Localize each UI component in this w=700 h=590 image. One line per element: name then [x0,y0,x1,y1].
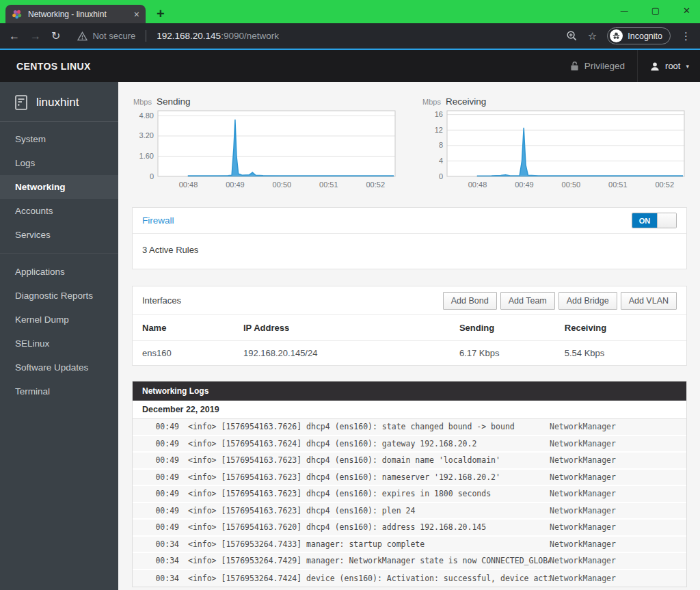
security-indicator[interactable]: Not secure [77,31,135,41]
unlock-icon [570,61,579,71]
user-menu[interactable]: root ▾ [638,61,689,71]
column-header-receiving: Receiving [565,315,686,341]
url-text[interactable]: 192.168.20.145:9090/network [157,31,279,41]
zoom-icon[interactable] [566,30,578,42]
log-message: <info> [1576954163.7623] dhcp4 (ens160):… [179,506,550,515]
firewall-toggle[interactable]: ON [632,213,677,228]
hostname-label: linuxhint [36,96,79,109]
bookmark-star-icon[interactable]: ☆ [588,31,597,41]
add-bond-button[interactable]: Add Bond [443,292,497,310]
sending-chart-title: Sending [157,96,191,107]
log-message: <info> [1576954163.7623] dhcp4 (ens160):… [179,455,550,465]
user-name: root [665,61,680,71]
receiving-chart-unit: Mbps [421,98,446,106]
interfaces-title: Interfaces [142,295,181,306]
svg-text:3.20: 3.20 [139,131,154,139]
log-message: <info> [1576954163.7620] dhcp4 (ens160):… [179,522,550,532]
log-time: 00:49 [133,506,179,515]
privileged-indicator: Privileged [570,61,637,71]
log-service: NetworkManager [550,556,686,565]
sidebar-item-logs[interactable]: Logs [0,151,118,175]
firewall-toggle-on-label: ON [632,213,657,228]
sidebar-item-software-updates[interactable]: Software Updates [0,356,118,379]
sidebar-item-selinux[interactable]: SELinux [0,332,118,356]
log-service: NetworkManager [550,574,686,583]
svg-text:00:50: 00:50 [273,180,292,189]
receiving-chart-title: Receiving [446,96,486,107]
interfaces-actions: Add BondAdd TeamAdd BridgeAdd VLAN [443,292,677,310]
log-row[interactable]: 00:49<info> [1576954163.7623] dhcp4 (ens… [133,470,686,487]
browser-menu-icon[interactable]: ⋮ [681,31,691,41]
url-host: 192.168.20.145 [157,31,221,41]
interfaces-card: Interfaces Add BondAdd TeamAdd BridgeAdd… [132,286,687,366]
window-controls: — ▢ ✕ [621,1,690,19]
charts-row: Mbps Sending 01.603.204.8000:4800:4900:5… [132,96,687,196]
new-tab-button[interactable]: + [157,5,165,23]
column-header-ip-address: IP Address [243,315,459,341]
sidebar-item-networking[interactable]: Networking [0,175,118,199]
log-time: 00:49 [133,472,179,482]
minimize-button[interactable]: — [621,6,628,14]
log-time: 00:49 [133,422,179,431]
add-vlan-button[interactable]: Add VLAN [621,292,677,310]
log-message: <info> [1576953264.7433] manager: startu… [179,539,550,549]
log-message: <info> [1576954163.7624] dhcp4 (ens160):… [179,439,550,448]
browser-tab[interactable]: Networking - linuxhint × [5,5,146,23]
reload-icon[interactable]: ↻ [51,31,60,42]
log-time: 00:49 [133,455,179,465]
chevron-down-icon: ▾ [686,63,689,70]
svg-text:4: 4 [439,157,443,165]
interface-cell: 6.17 Kbps [459,341,565,366]
svg-text:12: 12 [435,126,443,134]
incognito-label: Incognito [628,31,662,41]
log-row[interactable]: 00:49<info> [1576954163.7623] dhcp4 (ens… [133,503,686,520]
sidebar-item-kernel-dump[interactable]: Kernel Dump [0,308,118,332]
log-row[interactable]: 00:49<info> [1576954163.7626] dhcp4 (ens… [133,419,686,436]
logs-title: Networking Logs [133,381,686,401]
sidebar-item-terminal[interactable]: Terminal [0,379,118,403]
networking-logs-card: Networking Logs December 22, 2019 00:49<… [132,381,687,587]
svg-text:00:48: 00:48 [179,180,198,189]
log-message: <info> [1576954163.7623] dhcp4 (ens160):… [179,489,550,498]
log-row[interactable]: 00:34<info> [1576953264.7424] device (en… [133,570,686,587]
close-button[interactable]: ✕ [683,5,690,16]
maximize-button[interactable]: ▢ [651,5,660,16]
log-time: 00:49 [133,489,179,498]
tab-close-icon[interactable]: × [134,10,139,19]
svg-text:00:51: 00:51 [319,180,338,189]
sidebar-item-services[interactable]: Services [0,223,118,247]
chart-plot: 048121600:4800:4900:5000:5100:52 [421,109,687,193]
log-row[interactable]: 00:49<info> [1576954163.7623] dhcp4 (ens… [133,486,686,503]
firewall-card: Firewall ON 3 Active Rules [132,207,687,269]
log-message: <info> [1576953264.7429] manager: Networ… [179,556,550,565]
interface-cell: ens160 [133,341,243,366]
sidebar-item-system[interactable]: System [0,127,118,151]
sidebar-item-accounts[interactable]: Accounts [0,199,118,223]
log-row[interactable]: 00:49<info> [1576954163.7620] dhcp4 (ens… [133,520,686,537]
tab-title: Networking - linuxhint [28,10,129,19]
sidebar-item-applications[interactable]: Applications [0,260,118,284]
log-row[interactable]: 00:49<info> [1576954163.7624] dhcp4 (ens… [133,436,686,453]
log-row[interactable]: 00:34<info> [1576953264.7433] manager: s… [133,537,686,554]
log-service: NetworkManager [550,522,686,532]
back-icon[interactable]: ← [9,31,20,42]
log-service: NetworkManager [550,439,686,448]
svg-text:00:51: 00:51 [608,180,628,189]
sidebar-logo: linuxhint [0,82,118,121]
interface-row-ens160[interactable]: ens160192.168.20.145/246.17 Kbps5.54 Kbp… [133,341,686,366]
svg-text:0: 0 [150,172,154,180]
logs-list: 00:49<info> [1576954163.7626] dhcp4 (ens… [133,419,686,587]
warning-triangle-icon [77,31,88,41]
security-label: Not secure [92,31,135,41]
interface-cell: 192.168.20.145/24 [243,341,459,366]
add-bridge-button[interactable]: Add Bridge [558,292,617,310]
sidebar-item-diagnostic-reports[interactable]: Diagnostic Reports [0,284,118,308]
add-team-button[interactable]: Add Team [500,292,555,310]
firewall-link[interactable]: Firewall [142,215,174,226]
journal-icon [15,95,27,110]
log-row[interactable]: 00:49<info> [1576954163.7623] dhcp4 (ens… [133,453,686,470]
log-row[interactable]: 00:34<info> [1576953264.7429] manager: N… [133,553,686,570]
column-header-name: Name [133,315,243,341]
log-message: <info> [1576953264.7424] device (ens160)… [179,574,550,583]
svg-text:00:50: 00:50 [562,180,581,189]
